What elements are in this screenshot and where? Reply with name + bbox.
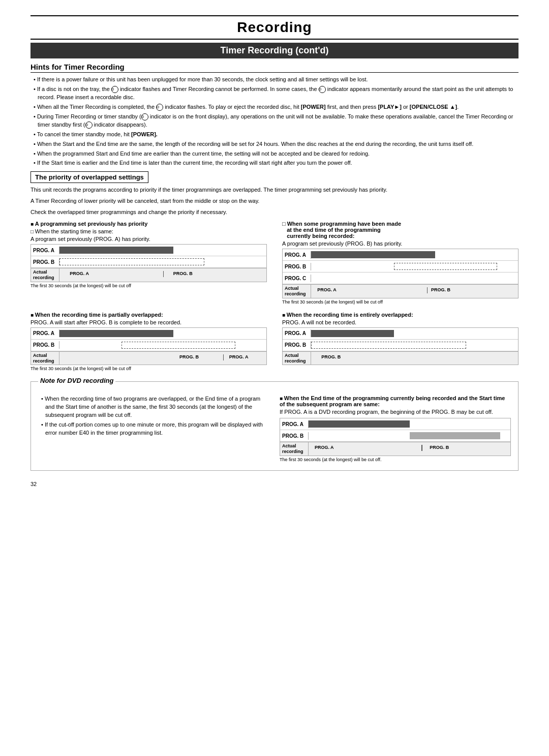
diag1-actual-proga: PROG. A <box>70 271 89 276</box>
diag3-note: The first 30 seconds (at the longest) wi… <box>30 366 267 371</box>
timer-icon-5: ⊙ <box>85 122 93 129</box>
timer-icon-3: ⊙ <box>156 104 163 111</box>
note-diag-actual-progb: PROG. B <box>430 445 449 450</box>
priority-title: The priority of overlapped settings <box>30 171 148 183</box>
note-diag-note: The first 30 seconds (at the longest) wi… <box>280 457 511 462</box>
note-bullets: When the recording time of two programs … <box>38 395 269 437</box>
timer-icon-1: ⊙ <box>111 86 118 93</box>
diagram-col-2: □ When some programming have been made a… <box>282 221 518 308</box>
col3-header: When the recording time is partially ove… <box>30 312 267 318</box>
note-diag-progb-label: PROG. B <box>280 432 309 440</box>
diagrams-bottom: When the recording time is partially ove… <box>30 312 518 375</box>
diag3-progb-label: PROG. B <box>31 341 59 349</box>
hint-6: When the Start and the End time are the … <box>30 140 518 148</box>
diag3-proga-label: PROG. A <box>31 329 59 337</box>
diag2-actual-proga: PROG. A <box>317 287 337 292</box>
timer-icon-4: ⊙ <box>141 113 148 120</box>
timer-icon-2: ⊙ <box>319 86 326 93</box>
diag2-progb-label: PROG. B <box>283 263 311 270</box>
note-box: Note for DVD recording When the recordin… <box>30 381 518 471</box>
page-number: 32 <box>30 481 518 487</box>
note-right: When the End time of the programming cur… <box>280 395 511 465</box>
diagrams-top: A programming set previously has priorit… <box>30 221 518 308</box>
diagram-col-1: A programming set previously has priorit… <box>30 221 267 308</box>
col1-desc: A program set previously (PROG. A) has p… <box>30 236 267 242</box>
page-container: Recording Timer Recording (cont'd) Hints… <box>30 15 518 487</box>
diagram-3: PROG. A PROG. B Actualrecording <box>30 327 267 366</box>
diag3-actual-progb: PROG. B <box>179 354 199 359</box>
diag2-note: The first 30 seconds (at the longest) wi… <box>282 299 518 305</box>
diag1-note: The first 30 seconds (at the longest) wi… <box>30 283 267 288</box>
diagram-2: PROG. A PROG. B PROG. C <box>282 249 518 298</box>
diag2-actual-label: Actualrecording <box>283 285 311 298</box>
hint-2: If a disc is not on the tray, the ⊙ indi… <box>30 85 518 102</box>
hint-5: To cancel the timer standby mode, hit [P… <box>30 131 518 139</box>
diagram-1: PROG. A PROG. B Actualrecord <box>30 244 267 282</box>
note-box-title: Note for DVD recording <box>38 377 115 384</box>
priority-desc1: This unit records the programs according… <box>30 186 518 194</box>
note-bullet-2: If the cut-off portion comes up to one m… <box>38 421 269 437</box>
diag3-actual-label: Actualrecording <box>31 352 59 365</box>
hints-header: Hints for Timer Recording <box>30 63 518 73</box>
priority-desc2: A Timer Recording of lower priority will… <box>30 197 518 205</box>
priority-section: The priority of overlapped settings This… <box>30 171 518 374</box>
page-title: Recording <box>30 15 518 40</box>
diagram-col-3: When the recording time is partially ove… <box>30 312 267 375</box>
note-diag-actual-label: Actualrecording <box>280 442 309 456</box>
col2-header: □ When some programming have been made a… <box>282 221 518 239</box>
note-bullet-1: When the recording time of two programs … <box>38 395 269 419</box>
hint-7: When the programmed Start and End time a… <box>30 150 518 158</box>
diag2-proga-label: PROG. A <box>283 251 311 259</box>
section-title: Timer Recording (cont'd) <box>30 43 518 58</box>
diag1-actual-progb: PROG. B <box>173 271 193 276</box>
diagram-4: PROG. A PROG. B Actualrecording <box>282 327 518 366</box>
col4-desc: PROG. A will not be recorded. <box>282 319 518 325</box>
note-diag-proga-label: PROG. A <box>280 420 309 428</box>
col3-desc: PROG. A will start after PROG. B is comp… <box>30 319 267 325</box>
note-inner: When the recording time of two programs … <box>38 395 511 465</box>
note-diagram: PROG. A PROG. B Actualrecording <box>280 418 511 456</box>
note-right-desc: If PROG. A is a DVD recording program, t… <box>280 409 511 415</box>
diag3-actual-proga: PROG. A <box>229 354 249 359</box>
diag2-progc-label: PROG. C <box>283 275 311 282</box>
diagram-col-4: When the recording time is entirely over… <box>282 312 518 375</box>
col1-header: A programming set previously has priorit… <box>30 221 267 227</box>
diag1-actual-label: Actualrecording <box>31 268 59 282</box>
diag1-progb-label: PROG. B <box>31 258 59 266</box>
hint-1: If there is a power failure or this unit… <box>30 76 518 84</box>
diag4-actual-label: Actualrecording <box>283 352 311 365</box>
col1-subheader: When the starting time is same: <box>30 228 267 234</box>
note-left: When the recording time of two programs … <box>38 395 269 465</box>
col2-desc: A program set previously (PROG. B) has p… <box>282 240 518 247</box>
hint-3: When all the Timer Recording is complete… <box>30 103 518 111</box>
priority-desc3: Check the overlapped timer programmings … <box>30 208 518 217</box>
hint-4: During Timer Recording or timer standby … <box>30 113 518 129</box>
note-diag-actual-proga: PROG. A <box>315 445 334 450</box>
diag4-proga-label: PROG. A <box>283 329 311 337</box>
col4-header: When the recording time is entirely over… <box>282 312 518 318</box>
note-right-header: When the End time of the programming cur… <box>280 395 511 407</box>
hint-8: If the Start time is earlier and the End… <box>30 159 518 167</box>
hints-list: If there is a power failure or this unit… <box>30 76 518 167</box>
diag2-actual-progb: PROG. B <box>431 287 450 292</box>
diag1-proga-label: PROG. A <box>31 247 59 254</box>
diag4-actual-progb: PROG. B <box>321 354 341 359</box>
diag4-progb-label: PROG. B <box>283 341 311 349</box>
